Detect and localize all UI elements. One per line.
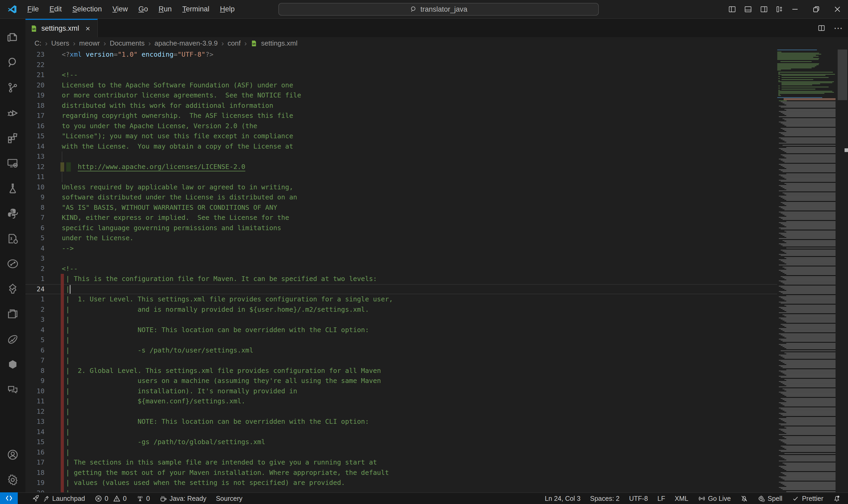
code-line[interactable]: 23<?xml version="1.0" encoding="UTF-8"?>	[25, 50, 777, 60]
menu-edit[interactable]: Edit	[45, 3, 67, 15]
code-line[interactable]: 11 | ${maven.conf}/settings.xml.	[25, 396, 777, 407]
activity-item-test-tree[interactable]	[0, 276, 25, 301]
activity-item-run-debug[interactable]	[0, 100, 25, 125]
scrollbar-thumb[interactable]	[838, 50, 847, 100]
breadcrumb-file[interactable]: settings.xml	[261, 39, 297, 48]
code-line[interactable]: 13	[25, 151, 777, 162]
code-line[interactable]: 8"AS IS" BASIS, WITHOUT WARRANTIES OR CO…	[25, 203, 777, 213]
activity-item-live-share[interactable]	[0, 251, 25, 276]
activity-item-explorer[interactable]	[0, 25, 25, 50]
code-line[interactable]: 16 |	[25, 447, 777, 458]
code-line[interactable]: 12 |	[25, 407, 777, 417]
status-item-mute-notifications[interactable]	[735, 492, 753, 504]
code-line[interactable]: 5 |	[25, 335, 777, 345]
editor-scrollbar[interactable]	[835, 50, 848, 492]
code-line[interactable]: 7KIND, either express or implied. See th…	[25, 213, 777, 223]
activity-item-sourcery[interactable]	[0, 327, 25, 352]
code-line[interactable]: 3 |	[25, 314, 777, 325]
code-line[interactable]: 10Unless required by applicable law or a…	[25, 182, 777, 193]
menu-view[interactable]: View	[108, 3, 132, 15]
activity-item-comments[interactable]	[0, 377, 25, 402]
code-line[interactable]: 11	[25, 172, 777, 182]
code-line[interactable]: 15"License"); you may not use this file …	[25, 131, 777, 141]
menu-terminal[interactable]: Terminal	[178, 3, 214, 15]
activity-item-remote-explorer[interactable]	[0, 150, 25, 176]
activity-item-python[interactable]	[0, 201, 25, 226]
code-line[interactable]: 22	[25, 60, 777, 70]
code-line[interactable]: 1 | 1. User Level. This settings.xml fil…	[25, 294, 777, 305]
breadcrumb-item[interactable]: conf	[228, 39, 241, 48]
code-line[interactable]: 20 |	[25, 488, 777, 492]
status-item-java-status[interactable]: Java: Ready	[155, 492, 211, 504]
activity-item-settings-gear[interactable]	[0, 467, 25, 492]
code-line[interactable]: 14 |	[25, 427, 777, 437]
tab-close-icon[interactable]: ×	[86, 24, 90, 33]
breadcrumb-item[interactable]: meowr	[79, 39, 100, 48]
code-editor[interactable]: 23<?xml version="1.0" encoding="UTF-8"?>…	[25, 50, 777, 492]
code-line[interactable]: 17regarding copyright ownership. The ASF…	[25, 111, 777, 121]
activity-item-hexagon[interactable]	[0, 352, 25, 377]
code-line[interactable]: 17 | The sections in this sample file ar…	[25, 457, 777, 468]
code-line[interactable]: 10 | installation). It's normally provid…	[25, 386, 777, 396]
menu-go[interactable]: Go	[134, 3, 152, 15]
code-line[interactable]: 14with the License. You may obtain a cop…	[25, 141, 777, 152]
code-line[interactable]: 21<!--	[25, 70, 777, 80]
toggle-primary-sidebar-icon[interactable]	[728, 5, 737, 14]
license-url-link[interactable]: http://www.apache.org/licenses/LICENSE-2…	[78, 163, 245, 170]
code-line[interactable]: 12 http://www.apache.org/licenses/LICENS…	[25, 162, 777, 172]
editor-more-actions-icon[interactable]: ⋯	[834, 23, 843, 33]
code-line[interactable]: 19 | values (values used when the settin…	[25, 478, 777, 488]
code-line[interactable]: 18 | getting the most out of your Maven …	[25, 468, 777, 478]
status-item-spell[interactable]: Spell	[753, 492, 787, 504]
menu-help[interactable]: Help	[215, 3, 239, 15]
activity-item-account[interactable]	[0, 442, 25, 467]
code-line[interactable]: 5under the License.	[25, 233, 777, 244]
activity-item-testing[interactable]	[0, 176, 25, 201]
breadcrumb-item[interactable]: apache-maven-3.9.9	[155, 39, 218, 48]
activity-item-search[interactable]	[0, 50, 25, 75]
code-line[interactable]: 9software distributed under the License …	[25, 192, 777, 203]
toggle-secondary-sidebar-icon[interactable]	[760, 5, 768, 14]
menu-file[interactable]: File	[23, 3, 44, 15]
breadcrumb-item[interactable]: Users	[51, 39, 69, 48]
customize-layout-icon[interactable]	[775, 5, 784, 14]
restore-button[interactable]	[806, 0, 827, 18]
status-item-problems[interactable]: 00	[90, 492, 132, 504]
status-item-notifications[interactable]	[828, 492, 845, 504]
breadcrumb-item[interactable]: Documents	[110, 39, 145, 48]
code-line[interactable]: 2<!--	[25, 264, 777, 274]
remote-indicator[interactable]	[0, 492, 18, 504]
code-line[interactable]: 8 | 2. Global Level. This settings.xml f…	[25, 366, 777, 376]
code-line[interactable]: 3	[25, 253, 777, 264]
activity-item-java-project[interactable]	[0, 226, 25, 251]
code-line[interactable]: 7 |	[25, 356, 777, 366]
code-line-current[interactable]: 24 |	[25, 284, 777, 294]
toggle-panel-icon[interactable]	[744, 5, 752, 14]
code-line[interactable]: 4 | NOTE: This location can be overridde…	[25, 325, 777, 335]
minimize-button[interactable]	[784, 0, 806, 18]
split-editor-icon[interactable]	[817, 24, 826, 32]
status-item-language-mode[interactable]: XML	[670, 492, 693, 504]
minimap[interactable]	[777, 50, 835, 492]
close-button[interactable]	[827, 0, 848, 18]
status-item-prettier[interactable]: Prettier	[787, 492, 828, 504]
code-line[interactable]: 6 | -s /path/to/user/settings.xml	[25, 345, 777, 356]
status-item-encoding[interactable]: UTF-8	[624, 492, 653, 504]
code-line[interactable]: 1 | This is the configuration file for M…	[25, 274, 777, 284]
command-center-search[interactable]: translator_java	[278, 3, 599, 16]
menu-run[interactable]: Run	[154, 3, 176, 15]
status-item-cursor-position[interactable]: Ln 24, Col 3	[540, 492, 585, 504]
code-line[interactable]: 18distributed with this work for additio…	[25, 101, 777, 111]
code-line[interactable]: 19or more contributor license agreements…	[25, 90, 777, 101]
status-item-ports[interactable]: 0	[132, 492, 155, 504]
status-item-eol[interactable]: LF	[653, 492, 670, 504]
status-item-sourcery[interactable]: Sourcery	[211, 492, 247, 504]
breadcrumb-item[interactable]: C:	[34, 39, 41, 48]
code-line[interactable]: 20Licensed to the Apache Software Founda…	[25, 80, 777, 91]
activity-item-source-control[interactable]	[0, 75, 25, 100]
code-line[interactable]: 6specific language governing permissions…	[25, 223, 777, 233]
menu-selection[interactable]: Selection	[68, 3, 106, 15]
status-item-indentation[interactable]: Spaces: 2	[585, 492, 624, 504]
code-line[interactable]: 2 | and is normally provided in ${user.h…	[25, 305, 777, 315]
code-line[interactable]: 15 | -gs /path/to/global/settings.xml	[25, 437, 777, 447]
